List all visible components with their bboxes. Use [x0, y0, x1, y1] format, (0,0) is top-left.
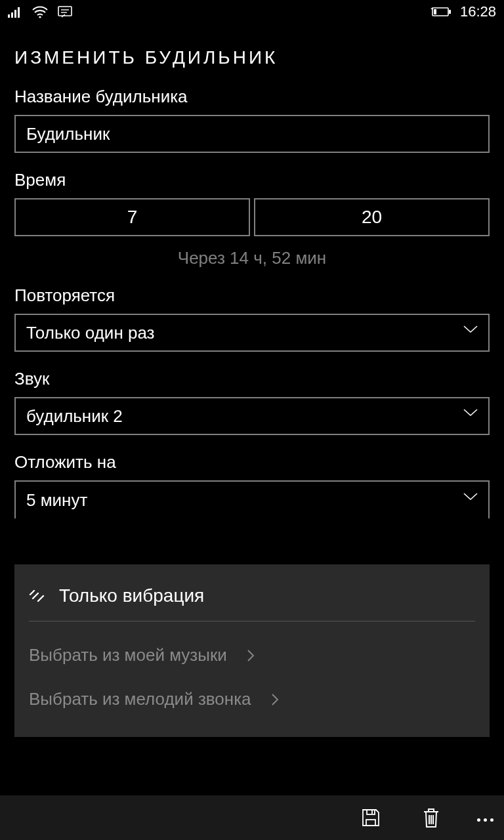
- vibration-only-option[interactable]: Только вибрация: [14, 576, 490, 616]
- snooze-value: 5 минут: [26, 490, 87, 511]
- sound-label: Звук: [14, 369, 490, 389]
- time-hour-value: 7: [127, 207, 138, 228]
- status-bar: 16:28: [0, 0, 504, 24]
- battery-icon: [430, 6, 452, 18]
- panel-divider: [29, 621, 475, 621]
- status-clock: 16:28: [460, 3, 496, 20]
- time-minute-value: 20: [362, 207, 382, 228]
- pick-from-music-label: Выбрать из моей музыки: [29, 645, 227, 665]
- alarm-name-input[interactable]: Будильник: [14, 115, 490, 153]
- svg-rect-5: [58, 7, 72, 16]
- snooze-label: Отложить на: [14, 452, 490, 472]
- svg-rect-2: [14, 10, 16, 18]
- wifi-icon: [32, 5, 49, 18]
- sound-value: будильник 2: [26, 406, 123, 427]
- vibration-icon: [29, 588, 47, 604]
- sound-picker-panel: Только вибрация Выбрать из моей музыки В…: [14, 564, 490, 737]
- alarm-name-value: Будильник: [26, 124, 110, 144]
- vibration-only-label: Только вибрация: [59, 585, 204, 606]
- svg-rect-11: [366, 820, 375, 826]
- more-button[interactable]: [477, 822, 494, 835]
- time-minute-picker[interactable]: 20: [254, 198, 490, 236]
- notification-icon: [58, 6, 72, 18]
- app-bar: [0, 795, 504, 840]
- alarm-name-label: Название будильника: [14, 87, 490, 107]
- cellular-signal-icon: [8, 6, 22, 18]
- time-hour-picker[interactable]: 7: [14, 198, 250, 236]
- svg-rect-12: [367, 810, 375, 814]
- chevron-down-icon: [463, 326, 478, 340]
- svg-rect-9: [449, 10, 451, 14]
- time-remaining-caption: Через 14 ч, 52 мин: [14, 248, 490, 268]
- pick-from-ringtones-option[interactable]: Выбрать из мелодий звонка: [14, 677, 490, 721]
- chevron-right-icon: [247, 649, 255, 662]
- repeat-select[interactable]: Только один раз: [14, 314, 490, 352]
- sound-select[interactable]: будильник 2: [14, 397, 490, 435]
- time-label: Время: [14, 170, 490, 190]
- pick-from-music-option[interactable]: Выбрать из моей музыки: [14, 633, 490, 677]
- snooze-select[interactable]: 5 минут: [14, 480, 490, 518]
- svg-rect-3: [18, 7, 20, 18]
- repeat-value: Только один раз: [26, 323, 155, 343]
- save-button[interactable]: [356, 803, 385, 832]
- status-right: 16:28: [430, 3, 496, 20]
- chevron-down-icon: [463, 409, 478, 423]
- chevron-down-icon: [463, 493, 478, 507]
- delete-button[interactable]: [417, 803, 446, 832]
- svg-rect-0: [8, 14, 10, 18]
- chevron-right-icon: [271, 693, 279, 706]
- page-title: ИЗМЕНИТЬ БУДИЛЬНИК: [0, 24, 504, 84]
- status-left: [8, 5, 72, 18]
- svg-rect-10: [434, 9, 436, 14]
- svg-point-4: [39, 16, 41, 18]
- pick-from-ringtones-label: Выбрать из мелодий звонка: [29, 689, 251, 709]
- svg-rect-1: [11, 12, 13, 18]
- repeat-label: Повторяется: [14, 285, 490, 306]
